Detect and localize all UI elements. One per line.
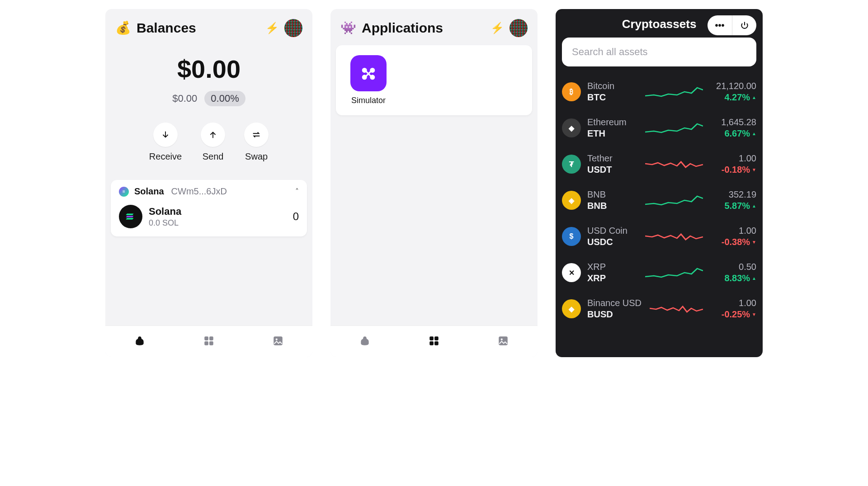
power-button[interactable] bbox=[732, 15, 756, 35]
applications-icon: 👾 bbox=[340, 22, 356, 34]
trend-down-icon: ▼ bbox=[752, 312, 756, 317]
more-button[interactable]: ••• bbox=[708, 15, 732, 35]
network-status-icon[interactable]: ⚡ bbox=[491, 22, 504, 34]
asset-row-btc[interactable]: ₿BitcoinBTC21,120.004.27% ▲ bbox=[562, 74, 756, 110]
asset-symbol: USDT bbox=[587, 165, 637, 175]
tab-apps[interactable] bbox=[428, 335, 440, 349]
trend-up-icon: ▲ bbox=[752, 95, 756, 100]
balance-change-row: $0.00 0.00% bbox=[105, 91, 312, 106]
svg-rect-0 bbox=[204, 336, 208, 340]
header-actions: ••• bbox=[708, 15, 756, 35]
chevron-up-icon: ˄ bbox=[295, 187, 299, 196]
asset-change: 8.83% ▲ bbox=[724, 273, 756, 283]
wallet-address: CWm5...6JxD bbox=[171, 186, 227, 197]
tab-bar bbox=[330, 326, 538, 357]
asset-name: Binance USD bbox=[587, 298, 642, 308]
token-name: Solana bbox=[149, 206, 181, 217]
cryptoassets-panel: Cryptoassets ••• ₿BitcoinBTC21,120.004.2… bbox=[556, 9, 763, 357]
asset-symbol: XRP bbox=[587, 273, 637, 283]
asset-list: ₿BitcoinBTC21,120.004.27% ▲◆EthereumETH1… bbox=[556, 71, 763, 327]
usdc-icon: $ bbox=[562, 227, 581, 246]
trend-up-icon: ▲ bbox=[752, 131, 756, 136]
tab-nft[interactable] bbox=[497, 335, 509, 349]
xrp-icon: ✕ bbox=[562, 263, 581, 282]
asset-symbol: BTC bbox=[587, 92, 637, 103]
svg-rect-10 bbox=[429, 336, 434, 340]
applications-header: 👾 Applications ⚡ bbox=[330, 9, 538, 41]
svg-point-15 bbox=[500, 338, 502, 340]
solana-token-icon bbox=[119, 205, 142, 228]
applications-panel: 👾 Applications ⚡ Simulator bbox=[330, 9, 538, 357]
sparkline bbox=[645, 266, 703, 279]
sparkline bbox=[645, 121, 703, 135]
asset-row-eth[interactable]: ◆EthereumETH1,645.286.67% ▲ bbox=[562, 110, 756, 146]
balances-icon: 💰 bbox=[115, 22, 131, 34]
asset-change: -0.18% ▼ bbox=[722, 165, 756, 175]
asset-price: 21,120.00 bbox=[716, 81, 756, 91]
token-amount: 0.0 SOL bbox=[149, 218, 181, 228]
wallet-header-row[interactable]: ≡ Solana CWm5...6JxD ˄ bbox=[119, 186, 299, 197]
tab-balances[interactable] bbox=[359, 335, 371, 349]
svg-rect-2 bbox=[204, 341, 208, 345]
token-row[interactable]: Solana 0.0 SOL 0 bbox=[119, 205, 299, 228]
tab-nft[interactable] bbox=[272, 335, 284, 349]
svg-rect-13 bbox=[434, 341, 439, 345]
receive-label: Receive bbox=[149, 151, 182, 162]
balance-change-pct: 0.00% bbox=[204, 91, 245, 106]
app-simulator[interactable]: Simulator bbox=[346, 55, 391, 105]
trend-up-icon: ▲ bbox=[752, 203, 756, 208]
total-balance: $0.00 bbox=[105, 54, 312, 84]
simulator-app-icon bbox=[350, 55, 387, 91]
asset-row-xrp[interactable]: ✕XRPXRP0.508.83% ▲ bbox=[562, 255, 756, 291]
send-button[interactable]: Send bbox=[201, 123, 225, 162]
receive-button[interactable]: Receive bbox=[149, 123, 182, 162]
asset-name: USD Coin bbox=[587, 226, 637, 236]
eth-icon: ◆ bbox=[562, 118, 581, 137]
wallet-card: ≡ Solana CWm5...6JxD ˄ Solana 0.0 SOL 0 bbox=[111, 180, 307, 236]
trend-down-icon: ▼ bbox=[752, 240, 756, 245]
asset-symbol: BUSD bbox=[587, 309, 642, 320]
swap-label: Swap bbox=[245, 151, 268, 162]
tab-bar bbox=[105, 326, 312, 357]
busd-icon: ◆ bbox=[562, 299, 581, 318]
profile-avatar[interactable] bbox=[284, 19, 302, 37]
asset-row-bnb[interactable]: ◈BNBBNB352.195.87% ▲ bbox=[562, 182, 756, 218]
sparkline bbox=[645, 193, 703, 207]
sparkline bbox=[650, 302, 703, 316]
solana-chain-icon: ≡ bbox=[119, 187, 129, 197]
tab-balances[interactable] bbox=[134, 335, 146, 349]
search-wrap bbox=[556, 38, 763, 71]
svg-point-5 bbox=[275, 338, 277, 340]
asset-symbol: ETH bbox=[587, 128, 637, 139]
asset-row-usdt[interactable]: ₮TetherUSDT1.00-0.18% ▼ bbox=[562, 146, 756, 182]
swap-button[interactable]: Swap bbox=[244, 123, 269, 162]
asset-name: Bitcoin bbox=[587, 81, 637, 91]
asset-change: -0.38% ▼ bbox=[722, 237, 756, 247]
swap-icon bbox=[244, 123, 269, 147]
usdt-icon: ₮ bbox=[562, 155, 581, 174]
asset-row-busd[interactable]: ◆Binance USDBUSD1.00-0.25% ▼ bbox=[562, 291, 756, 327]
balances-header: 💰 Balances ⚡ bbox=[105, 9, 312, 41]
asset-change: 5.87% ▲ bbox=[724, 201, 756, 211]
asset-price: 1.00 bbox=[739, 298, 756, 308]
asset-symbol: USDC bbox=[587, 237, 637, 247]
asset-price: 0.50 bbox=[739, 262, 756, 272]
bnb-icon: ◈ bbox=[562, 191, 581, 210]
asset-price: 352.19 bbox=[729, 189, 756, 200]
wallet-chain-name: Solana bbox=[134, 186, 164, 197]
network-status-icon[interactable]: ⚡ bbox=[265, 22, 279, 34]
svg-rect-1 bbox=[209, 336, 213, 340]
svg-rect-14 bbox=[499, 336, 508, 345]
arrow-up-icon bbox=[201, 123, 225, 147]
asset-name: BNB bbox=[587, 189, 637, 200]
sparkline bbox=[645, 157, 703, 171]
token-balance: 0 bbox=[293, 210, 299, 223]
balances-panel: 💰 Balances ⚡ $0.00 $0.00 0.00% Receive S… bbox=[105, 9, 312, 357]
search-input[interactable] bbox=[562, 38, 756, 66]
asset-row-usdc[interactable]: $USD CoinUSDC1.00-0.38% ▼ bbox=[562, 218, 756, 255]
svg-rect-11 bbox=[434, 336, 439, 340]
balance-change-amount: $0.00 bbox=[172, 93, 197, 104]
tab-apps[interactable] bbox=[203, 335, 215, 349]
profile-avatar[interactable] bbox=[509, 19, 528, 37]
sparkline bbox=[645, 230, 703, 243]
